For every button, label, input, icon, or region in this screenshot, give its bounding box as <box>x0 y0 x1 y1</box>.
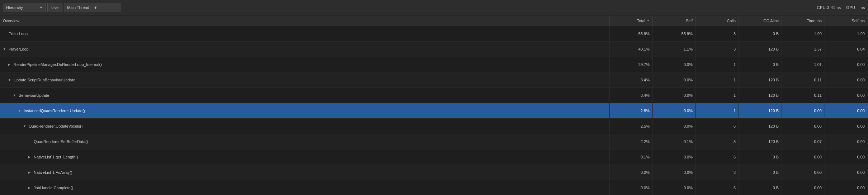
cell-self-6: 0.0% <box>653 119 696 134</box>
cell-calls-8: 6 <box>696 149 739 165</box>
cell-name-6: ▼ QuadRenderer.UpdateVoxels() <box>0 119 610 134</box>
cell-calls-5: 1 <box>696 103 739 118</box>
table-header: Overview Total ▼ Self Calls GC Alloc Tim… <box>0 15 868 26</box>
table-body: EditorLoop 55.9% 55.9% 3 0 B 1.90 1.90 ▼… <box>0 26 868 195</box>
header-total[interactable]: Total ▼ <box>610 15 653 26</box>
toolbar: Hierarchy ▼ Live Main Thread ▼ CPU:3.41m… <box>0 0 868 15</box>
cell-gcalloc-2: 0 B <box>739 57 782 72</box>
cell-calls-3: 1 <box>696 72 739 87</box>
table-row[interactable]: ▶ RenderPipelineManager.DoRenderLoop_Int… <box>0 57 868 72</box>
cell-selfms-6: 0.00 <box>825 119 868 134</box>
cell-self-2: 0.0% <box>653 57 696 72</box>
expand-icon[interactable]: ▶ <box>28 171 33 174</box>
row-label: QuadRenderer.UpdateVoxels() <box>29 124 82 128</box>
cell-name-0: EditorLoop <box>0 26 610 41</box>
header-overview: Overview <box>0 15 610 26</box>
row-label: RenderPipelineManager.DoRenderLoop_Inter… <box>14 62 102 67</box>
expand-icon[interactable]: ▼ <box>8 78 13 82</box>
cell-name-8: ▶ NativeList`1.get_Length() <box>0 149 610 165</box>
thread-arrow-icon: ▼ <box>94 5 98 10</box>
cell-calls-9: 3 <box>696 165 739 180</box>
cell-total-9: 0.0% <box>610 165 653 180</box>
cell-timems-7: 0.07 <box>782 134 825 149</box>
cell-gcalloc-0: 0 B <box>739 26 782 41</box>
expand-icon[interactable]: ▶ <box>28 155 33 159</box>
cell-gcalloc-1: 120 B <box>739 42 782 57</box>
cell-total-1: 40.1% <box>610 42 653 57</box>
cell-self-5: 0.0% <box>653 103 696 118</box>
cell-selfms-3: 0.00 <box>825 72 868 87</box>
table-row[interactable]: ▼ BehaviourUpdate 3.4% 0.0% 1 120 B 0.11… <box>0 88 868 103</box>
table-row[interactable]: QuadRenderer.SetBufferData() 2.2% 0.1% 3… <box>0 134 868 149</box>
cell-total-5: 2.8% <box>610 103 653 118</box>
cell-name-5: ▼ InstancedQuadsRenderer.Update() <box>0 103 610 118</box>
cell-selfms-1: 0.04 <box>825 42 868 57</box>
cell-gcalloc-5: 120 B <box>739 103 782 118</box>
cell-calls-0: 3 <box>696 26 739 41</box>
header-calls[interactable]: Calls <box>696 15 739 26</box>
cell-calls-7: 3 <box>696 134 739 149</box>
cell-self-3: 0.0% <box>653 72 696 87</box>
cell-name-9: ▶ NativeList`1.AsArray() <box>0 165 610 180</box>
hierarchy-dropdown[interactable]: Hierarchy ▼ <box>3 3 46 12</box>
row-label: EditorLoop <box>9 32 28 36</box>
header-gcalloc[interactable]: GC Alloc <box>739 15 782 26</box>
cell-name-4: ▼ BehaviourUpdate <box>0 88 610 103</box>
cell-total-8: 0.1% <box>610 149 653 165</box>
table-row[interactable]: ▼ PlayerLoop 40.1% 1.1% 3 120 B 1.37 0.0… <box>0 42 868 57</box>
expand-icon[interactable]: ▼ <box>3 47 8 51</box>
cell-total-6: 2.5% <box>610 119 653 134</box>
expand-icon[interactable]: ▼ <box>23 124 28 128</box>
thread-dropdown[interactable]: Main Thread ▼ <box>64 3 121 12</box>
live-button[interactable]: Live <box>47 3 62 12</box>
expand-icon[interactable]: ▼ <box>13 94 18 97</box>
cell-timems-10: 0.00 <box>782 180 825 195</box>
cell-name-3: ▼ Update.ScriptRunBehaviourUpdate <box>0 72 610 87</box>
cell-selfms-0: 1.90 <box>825 26 868 41</box>
cell-timems-0: 1.90 <box>782 26 825 41</box>
header-timems[interactable]: Time ms <box>782 15 825 26</box>
cell-calls-4: 1 <box>696 88 739 103</box>
cell-total-0: 55.9% <box>610 26 653 41</box>
row-label: BehaviourUpdate <box>19 93 49 98</box>
table-row[interactable]: ▼ QuadRenderer.UpdateVoxels() 2.5% 0.0% … <box>0 119 868 134</box>
cpu-label: CPU:3.41ms <box>817 5 841 10</box>
cell-gcalloc-7: 120 B <box>739 134 782 149</box>
cell-gcalloc-9: 0 B <box>739 165 782 180</box>
cell-name-10: ▶ JobHandle.Complete() <box>0 180 610 195</box>
expand-icon[interactable]: ▶ <box>8 63 13 66</box>
table-row[interactable]: ▼ Update.ScriptRunBehaviourUpdate 3.4% 0… <box>0 72 868 88</box>
cell-self-8: 0.0% <box>653 149 696 165</box>
cell-selfms-8: 0.00 <box>825 149 868 165</box>
cell-self-10: 0.0% <box>653 180 696 195</box>
cell-self-1: 1.1% <box>653 42 696 57</box>
cell-total-10: 0.0% <box>610 180 653 195</box>
cell-calls-2: 1 <box>696 57 739 72</box>
cell-name-1: ▼ PlayerLoop <box>0 42 610 57</box>
row-label: JobHandle.Complete() <box>34 186 73 190</box>
cell-self-9: 0.0% <box>653 165 696 180</box>
row-label: NativeList`1.AsArray() <box>34 170 72 175</box>
table-row[interactable]: ▶ JobHandle.Complete() 0.0% 0.0% 6 0 B 0… <box>0 180 868 195</box>
expand-icon[interactable]: ▶ <box>28 186 33 190</box>
gpu-label: GPU:--ms <box>846 5 865 10</box>
table-row[interactable]: EditorLoop 55.9% 55.9% 3 0 B 1.90 1.90 <box>0 26 868 42</box>
cell-name-2: ▶ RenderPipelineManager.DoRenderLoop_Int… <box>0 57 610 72</box>
cell-gcalloc-4: 120 B <box>739 88 782 103</box>
header-self[interactable]: Self <box>653 15 696 26</box>
expand-icon[interactable]: ▼ <box>18 109 23 113</box>
table-row[interactable]: ▼ InstancedQuadsRenderer.Update() 2.8% 0… <box>0 103 868 119</box>
cell-self-7: 0.1% <box>653 134 696 149</box>
cell-self-4: 0.0% <box>653 88 696 103</box>
cell-timems-2: 1.01 <box>782 57 825 72</box>
cell-timems-6: 0.08 <box>782 119 825 134</box>
row-label: PlayerLoop <box>9 47 29 51</box>
cell-timems-3: 0.11 <box>782 72 825 87</box>
row-label: InstancedQuadsRenderer.Update() <box>24 109 85 113</box>
cell-timems-4: 0.11 <box>782 88 825 103</box>
row-label: QuadRenderer.SetBufferData() <box>34 139 88 144</box>
table-row[interactable]: ▶ NativeList`1.AsArray() 0.0% 0.0% 3 0 B… <box>0 165 868 180</box>
header-selfms[interactable]: Self ms <box>825 15 868 26</box>
cell-timems-5: 0.09 <box>782 103 825 118</box>
table-row[interactable]: ▶ NativeList`1.get_Length() 0.1% 0.0% 6 … <box>0 149 868 165</box>
